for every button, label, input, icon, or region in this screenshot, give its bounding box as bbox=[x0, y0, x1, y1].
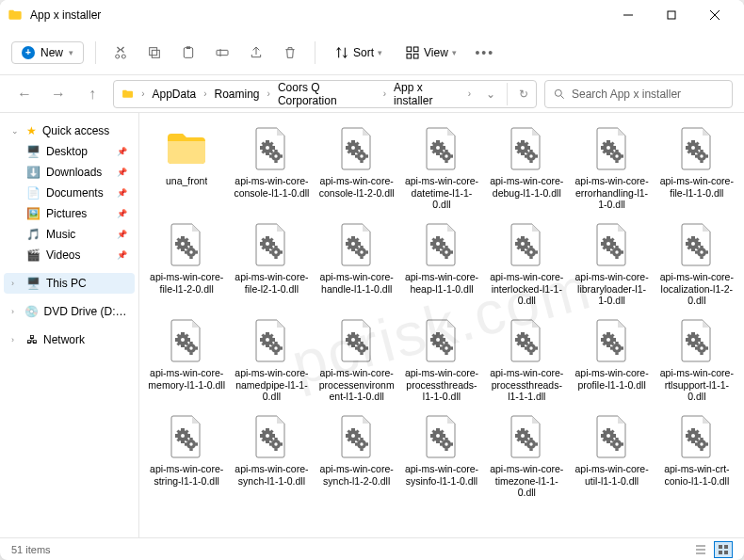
sidebar-item-music[interactable]: 🎵Music📌 bbox=[4, 224, 135, 245]
file-item[interactable]: api-ms-win-core-console-l1-1-0.dll bbox=[230, 122, 313, 215]
file-item[interactable]: api-ms-win-core-profile-l1-1-0.dll bbox=[570, 314, 653, 407]
file-item[interactable]: api-ms-win-core-handle-l1-1-0.dll bbox=[315, 218, 398, 311]
svg-rect-432 bbox=[686, 434, 688, 438]
svg-rect-446 bbox=[724, 545, 728, 549]
file-label: api-ms-win-core-localization-l1-2-0.dll bbox=[658, 271, 736, 307]
svg-point-412 bbox=[530, 442, 533, 445]
rename-button[interactable] bbox=[209, 40, 235, 66]
svg-rect-16 bbox=[260, 146, 263, 150]
crumb[interactable]: App x installer bbox=[394, 81, 461, 107]
minimize-button[interactable] bbox=[607, 0, 650, 30]
file-label: api-ms-win-core-errorhandling-l1-1-0.dll bbox=[574, 175, 651, 211]
quick-access[interactable]: ⌄ ★ Quick access bbox=[4, 120, 135, 141]
svg-rect-139 bbox=[281, 250, 283, 253]
sort-dropdown[interactable]: Sort ▾ bbox=[327, 41, 390, 64]
new-button[interactable]: + New ▾ bbox=[11, 41, 84, 64]
file-item[interactable]: api-ms-win-core-console-l1-2-0.dll bbox=[315, 122, 398, 215]
copy-button[interactable] bbox=[141, 40, 168, 66]
cut-button[interactable] bbox=[107, 40, 134, 66]
view-toggles bbox=[691, 541, 733, 558]
explorer-window: App x installer + New ▾ Sort ▾ View ▾ bbox=[0, 0, 744, 560]
sidebar-item-videos[interactable]: 🎬Videos📌 bbox=[4, 245, 135, 265]
file-item[interactable]: api-ms-win-core-heap-l1-1-0.dll bbox=[400, 218, 483, 311]
search-input[interactable]: Search App x installer bbox=[544, 80, 733, 108]
svg-rect-297 bbox=[530, 353, 533, 356]
crumb[interactable]: AppData bbox=[152, 88, 196, 101]
sidebar-network[interactable]: › 🖧 Network bbox=[4, 329, 135, 350]
svg-rect-216 bbox=[700, 246, 703, 248]
file-item[interactable]: api-ms-win-core-interlocked-l1-1-0.dll bbox=[485, 218, 568, 311]
sidebar-item-pictures[interactable]: 🖼️Pictures📌 bbox=[4, 203, 135, 224]
file-label: api-ms-win-crt-conio-l1-1-0.dll bbox=[658, 463, 736, 499]
file-item[interactable]: api-ms-win-core-namedpipe-l1-1-0.dll bbox=[230, 314, 313, 407]
delete-button[interactable] bbox=[277, 40, 303, 66]
file-item[interactable]: api-ms-win-core-processenvironment-l1-1-… bbox=[315, 314, 398, 407]
svg-rect-48 bbox=[430, 146, 433, 150]
file-label: api-ms-win-core-memory-l1-1-0.dll bbox=[148, 367, 225, 403]
view-dropdown[interactable]: View ▾ bbox=[397, 41, 464, 64]
icons-view-button[interactable] bbox=[714, 541, 733, 558]
close-button[interactable] bbox=[693, 0, 736, 30]
crumb[interactable]: Roaming bbox=[215, 88, 260, 101]
svg-rect-377 bbox=[360, 449, 363, 452]
pin-icon: 📌 bbox=[117, 250, 127, 260]
file-item[interactable]: api-ms-win-core-debug-l1-1-0.dll bbox=[485, 122, 568, 215]
file-item[interactable]: api-ms-win-core-errorhandling-l1-1-0.dll bbox=[570, 122, 653, 215]
svg-rect-89 bbox=[615, 161, 618, 164]
breadcrumb[interactable]: › AppData › Roaming › Coors Q Corporatio… bbox=[113, 80, 537, 108]
file-item[interactable]: api-ms-win-core-rtlsupport-l1-1-0.dll bbox=[655, 314, 738, 407]
file-item[interactable]: api-ms-win-core-libraryloader-l1-1-0.dll bbox=[570, 218, 653, 311]
file-item[interactable]: api-ms-win-core-processthreads-l1-1-0.dl… bbox=[400, 314, 483, 407]
file-item[interactable]: api-ms-win-core-synch-l1-1-0.dll bbox=[230, 410, 313, 503]
dropdown-arrow-icon[interactable]: ⌄ bbox=[486, 88, 495, 101]
file-item[interactable]: api-ms-win-core-file-l1-1-0.dll bbox=[655, 122, 738, 215]
maximize-button[interactable] bbox=[650, 0, 693, 30]
svg-rect-10 bbox=[407, 54, 412, 58]
sidebar-item-documents[interactable]: 📄Documents📌 bbox=[4, 183, 135, 203]
svg-point-198 bbox=[607, 242, 610, 246]
back-button[interactable]: ← bbox=[11, 81, 38, 107]
dll-file-icon bbox=[249, 414, 294, 459]
svg-rect-376 bbox=[360, 438, 363, 440]
file-item[interactable]: api-ms-win-core-timezone-l1-1-0.dll bbox=[485, 410, 568, 503]
svg-rect-81 bbox=[613, 146, 616, 150]
svg-rect-440 bbox=[700, 438, 703, 440]
file-item[interactable]: api-ms-win-core-processthreads-l1-1-1.dl… bbox=[485, 314, 568, 407]
svg-point-284 bbox=[445, 346, 447, 349]
file-item[interactable]: api-ms-win-core-util-l1-1-0.dll bbox=[570, 410, 653, 503]
svg-point-166 bbox=[436, 242, 440, 246]
file-item[interactable]: api-ms-win-core-sysinfo-l1-1-0.dll bbox=[400, 410, 483, 503]
details-view-button[interactable] bbox=[691, 541, 710, 558]
file-item[interactable]: api-ms-win-core-string-l1-1-0.dll bbox=[145, 410, 228, 503]
file-item[interactable]: api-ms-win-core-synch-l1-2-0.dll bbox=[315, 410, 398, 503]
file-item[interactable]: api-ms-win-core-file-l2-1-0.dll bbox=[230, 218, 313, 311]
up-button[interactable]: ↑ bbox=[79, 81, 105, 107]
refresh-button[interactable]: ↻ bbox=[519, 88, 528, 101]
svg-rect-266 bbox=[355, 346, 358, 349]
sidebar-item-downloads[interactable]: ⬇️Downloads📌 bbox=[4, 162, 135, 183]
file-item[interactable]: api-ms-win-core-memory-l1-1-0.dll bbox=[145, 314, 228, 407]
crumb[interactable]: Coors Q Corporation bbox=[278, 81, 376, 107]
dll-file-icon bbox=[419, 414, 464, 459]
paste-button[interactable] bbox=[175, 40, 202, 66]
svg-rect-433 bbox=[698, 434, 701, 438]
file-item[interactable]: api-ms-win-crt-conio-l1-1-0.dll bbox=[655, 410, 738, 503]
more-button[interactable]: ••• bbox=[472, 40, 498, 66]
share-button[interactable] bbox=[243, 40, 269, 66]
forward-button[interactable]: → bbox=[45, 81, 72, 107]
sidebar-dvd[interactable]: › 💿 DVD Drive (D:) CCCC bbox=[4, 301, 135, 322]
svg-point-108 bbox=[700, 154, 703, 157]
folder-icon: 🖥️ bbox=[26, 145, 40, 158]
sidebar-this-pc[interactable]: › 🖥️ This PC bbox=[4, 273, 135, 294]
svg-rect-400 bbox=[515, 434, 518, 438]
file-item[interactable]: api-ms-win-core-localization-l1-2-0.dll bbox=[655, 218, 738, 311]
file-item[interactable]: api-ms-win-core-datetime-l1-1-0.dll bbox=[400, 122, 483, 215]
folder-item[interactable]: una_front bbox=[145, 122, 228, 215]
file-grid[interactable]: pcrisk.com una_frontapi-ms-win-core-cons… bbox=[139, 113, 744, 537]
sidebar-item-desktop[interactable]: 🖥️Desktop📌 bbox=[4, 141, 135, 162]
svg-point-422 bbox=[607, 434, 610, 438]
svg-rect-398 bbox=[521, 428, 525, 431]
svg-rect-255 bbox=[351, 344, 355, 347]
file-item[interactable]: api-ms-win-core-file-l1-2-0.dll bbox=[145, 218, 228, 311]
svg-rect-384 bbox=[430, 434, 433, 438]
